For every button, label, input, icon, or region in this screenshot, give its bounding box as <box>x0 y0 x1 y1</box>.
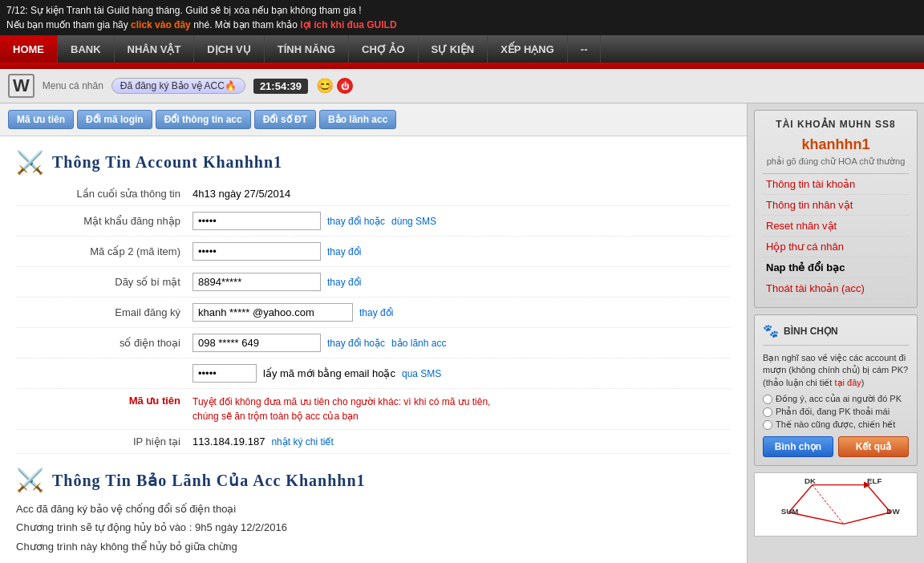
sidebar-reset-nhan-vat[interactable]: Reset nhân vật <box>763 216 909 237</box>
svg-text:DK: DK <box>804 476 816 485</box>
ip-row: IP hiện tại 113.184.19.187 nhật ký chi t… <box>16 430 731 454</box>
email-label: Email đăng ký <box>16 306 192 318</box>
binh-chon-title: 🐾 BÌNH CHỌN <box>763 323 909 346</box>
sidebar-thoat[interactable]: Thoát tài khoản (acc) <box>763 278 909 299</box>
guild-link[interactable]: lợi ích khi đua GUILD <box>300 19 396 30</box>
password-change-link[interactable]: thay đổi hoặc <box>327 216 385 227</box>
bao-lanh-text: Acc đã đăng ký bảo vệ chống đổi số điện … <box>0 500 747 556</box>
nav-xep-hang[interactable]: Xếp hạng <box>488 35 568 63</box>
nav-dich-vu[interactable]: Dịch vụ <box>194 35 264 63</box>
sidebar-username: khanhhn1 <box>763 135 909 156</box>
last-edit-text: 4h13 ngày 27/5/2014 <box>192 188 290 200</box>
tab-doi-thong-tin[interactable]: Đổi thông tin acc <box>156 110 251 129</box>
nav-bank[interactable]: BANK <box>58 35 115 63</box>
radio-option-1[interactable]: Đồng ý, acc của ai người đó PK <box>763 394 909 404</box>
nav-cho-ao[interactable]: Chợ ảo <box>349 35 419 63</box>
ma-cap2-value: thay đổi <box>192 242 731 261</box>
menu-ca-nhan-label: Menu cá nhân <box>43 80 103 91</box>
tab-ma-uu-tien[interactable]: Mã ưu tiên <box>8 110 74 129</box>
nav-home[interactable]: Home <box>0 35 58 63</box>
sdt-row: số điện thoại thay đổi hoặc bảo lãnh acc <box>16 328 731 358</box>
tab-doi-so-dt[interactable]: Đổi số ĐT <box>254 110 316 129</box>
password-sms-link[interactable]: dùng SMS <box>391 216 436 227</box>
sidebar-thong-tin-nhan-vat[interactable]: Thông tin nhân vật <box>763 195 909 216</box>
sdt-input[interactable] <box>192 334 321 352</box>
email-input[interactable] <box>192 303 353 322</box>
last-edit-row: Lần cuối sửa thông tin 4h13 ngày 27/5/20… <box>16 182 731 206</box>
day-so-change-link[interactable]: thay đổi <box>327 277 361 288</box>
click-link[interactable]: click vào đây <box>131 19 191 30</box>
radio-option-3[interactable]: Thế nào cũng được, chiến hết <box>763 419 909 430</box>
radio-circle-3[interactable] <box>763 420 772 430</box>
password-input[interactable] <box>192 212 321 230</box>
password-row: Mật khẩu đăng nhập thay đổi hoặc dùng SM… <box>16 206 731 237</box>
account-info-title-row: ⚔️ Thông Tin Account khanhhn1 <box>0 136 747 182</box>
bao-lanh-title-row: ⚔️ Thông Tin Bảo Lãnh Của Acc khanhhn1 <box>0 454 747 500</box>
uu-tien-row: Mã ưu tiên Tuyệt đối không đưa mã ưu tiê… <box>16 389 731 430</box>
clock-display: 21:54:39 <box>253 79 308 94</box>
tab-bao-lanh[interactable]: Bảo lãnh acc <box>319 110 396 129</box>
get-ma-sms-link[interactable]: qua SMS <box>402 368 441 379</box>
svg-text:DW: DW <box>886 507 900 516</box>
get-ma-text: lấy mã mới bằng email hoặc <box>263 367 395 379</box>
power-icon[interactable]: ⏻ <box>337 78 353 94</box>
ma-cap2-change-link[interactable]: thay đổi <box>327 246 361 257</box>
nav-su-kien[interactable]: Sự kiện <box>419 35 488 63</box>
account-info-table: Lần cuối sửa thông tin 4h13 ngày 27/5/20… <box>0 182 747 454</box>
ket-qua-button[interactable]: Kết quả <box>838 436 909 457</box>
sdt-change-link[interactable]: thay đổi hoặc <box>327 338 385 349</box>
get-ma-input[interactable] <box>192 364 257 383</box>
sdt-bao-lanh-link[interactable]: bảo lãnh acc <box>391 338 446 349</box>
content-area: Mã ưu tiên Đổi mã login Đổi thông tin ac… <box>0 103 748 563</box>
email-value: thay đổi <box>192 303 731 322</box>
day-so-value: thay đổi <box>192 273 731 291</box>
binh-chon-box: 🐾 BÌNH CHỌN Bạn nghĩ sao về việc các acc… <box>754 314 918 466</box>
radio-circle-1[interactable] <box>763 395 772 404</box>
get-ma-row: lấy mã mới bằng email hoặc qua SMS <box>16 358 731 389</box>
email-change-link[interactable]: thay đổi <box>359 307 393 318</box>
uu-tien-warning: Tuyệt đối không đưa mã ưu tiên cho người… <box>192 395 731 423</box>
sub-bar <box>0 63 924 69</box>
svg-rect-0 <box>758 473 914 536</box>
tai-day-link[interactable]: tại đây <box>834 378 861 387</box>
day-so-input[interactable] <box>192 273 321 291</box>
nav-tinh-nang[interactable]: Tính năng <box>265 35 349 63</box>
sidebar-thong-tin-tai-khoan[interactable]: Thông tin tài khoản <box>763 174 909 195</box>
ip-detail-link[interactable]: nhật ký chi tiết <box>271 436 333 448</box>
last-edit-value: 4h13 ngày 27/5/2014 <box>192 188 731 200</box>
nav-nhan-vat[interactable]: NHÂN VẬT <box>115 35 195 63</box>
binh-chon-question: Bạn nghĩ sao về việc các account đi mượn… <box>763 352 909 389</box>
sidebar-hop-thu[interactable]: Hộp thư cá nhân <box>763 237 909 257</box>
sidebar-nap-the[interactable]: Nap thẻ đổi bạc <box>763 257 909 278</box>
bao-lanh-line3: Chương trình này không thể hủy bỏ giữa c… <box>16 537 731 556</box>
main-layout: Mã ưu tiên Đổi mã login Đổi thông tin ac… <box>0 103 924 563</box>
binh-chon-buttons: Bình chọn Kết quả <box>763 436 909 457</box>
svg-text:SUM: SUM <box>781 507 799 516</box>
svg-text:ELF: ELF <box>867 476 881 485</box>
class-diagram-svg: DK ELF DW SUM <box>755 473 917 536</box>
sidebar-note: phải gõ đúng chữ HOA chữ thường <box>763 156 909 174</box>
binh-chon-button[interactable]: Bình chọn <box>763 436 833 457</box>
section-icon2: ⚔️ <box>16 467 44 493</box>
class-diagram: DK ELF DW SUM <box>754 472 918 537</box>
bao-lanh-line1: Acc đã đăng ký bảo vệ chống đổi số điện … <box>16 500 731 518</box>
password-label: Mật khẩu đăng nhập <box>16 215 192 227</box>
ma-cap2-input[interactable] <box>192 242 321 261</box>
header-icons: 😊 ⏻ <box>316 77 353 95</box>
nav-bar: Home BANK NHÂN VẬT Dịch vụ Tính năng Chợ… <box>0 35 924 63</box>
sdt-value: thay đổi hoặc bảo lãnh acc <box>192 334 731 352</box>
tab-doi-ma-login[interactable]: Đổi mã login <box>77 110 152 129</box>
radio-circle-2[interactable] <box>763 407 772 417</box>
announce-bar: 7/12: Sự kiện Tranh tài Guild hàng tháng… <box>0 0 924 35</box>
get-ma-value: lấy mã mới bằng email hoặc qua SMS <box>192 364 731 383</box>
password-value: thay đổi hoặc dùng SMS <box>192 212 731 230</box>
bao-ve-acc-badge[interactable]: Đã đăng ký Bảo vệ ACC🔥 <box>111 78 245 94</box>
sdt-label: số điện thoại <box>16 337 192 349</box>
nav-misc[interactable]: -- <box>568 35 602 63</box>
smile-icon[interactable]: 😊 <box>316 77 334 95</box>
bao-lanh-line2: Chương trình sẽ tự động hủy bỏ vào : 9h5… <box>16 518 731 537</box>
ip-text: 113.184.19.187 <box>192 435 265 448</box>
section-icon-sword: ⚔️ <box>16 149 44 176</box>
account-info-heading: Thông Tin Account khanhhn1 <box>52 153 282 172</box>
radio-option-2[interactable]: Phản đối, đang PK thoải mái <box>763 407 909 417</box>
